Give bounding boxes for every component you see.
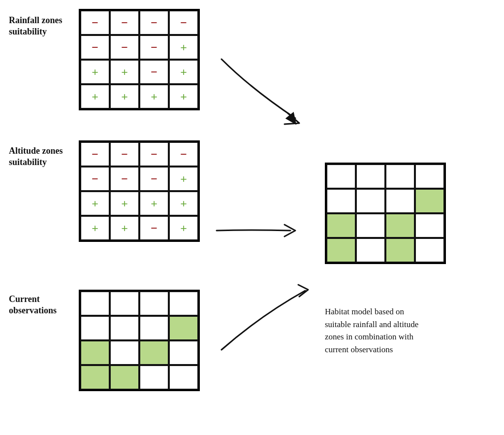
cell: − — [139, 142, 169, 167]
cell: + — [80, 84, 110, 109]
rainfall-grid-wrapper: − − − − − − − + + + − + + + + + — [79, 9, 200, 110]
cell: − — [139, 10, 169, 35]
cell: + — [169, 167, 198, 191]
cell: − — [139, 216, 169, 240]
cell — [415, 164, 444, 189]
cell: − — [169, 10, 198, 35]
altitude-label: Altitude zones suitability — [9, 145, 63, 168]
current-grid — [79, 290, 200, 391]
cell: + — [169, 60, 198, 84]
cell — [110, 365, 139, 390]
cell: + — [110, 60, 139, 84]
cell — [169, 365, 198, 390]
cell — [385, 213, 415, 238]
cell — [139, 340, 169, 365]
cell — [80, 316, 110, 340]
cell — [415, 238, 444, 263]
cell: + — [169, 216, 198, 240]
cell — [326, 164, 356, 189]
cell — [415, 213, 444, 238]
cell: + — [169, 191, 198, 216]
altitude-grid: − − − − − − − + + + + + + + − + — [79, 140, 200, 242]
cell — [326, 213, 356, 238]
cell: + — [110, 191, 139, 216]
cell: + — [80, 191, 110, 216]
cell — [110, 316, 139, 340]
cell: − — [139, 60, 169, 84]
cell — [139, 316, 169, 340]
main-container: Rainfall zones suitability − − − − − − −… — [0, 0, 504, 435]
cell: + — [80, 60, 110, 84]
cell — [356, 213, 385, 238]
cell: + — [139, 84, 169, 109]
cell: − — [169, 142, 198, 167]
cell — [139, 291, 169, 316]
altitude-arrow — [212, 216, 310, 245]
cell — [80, 365, 110, 390]
cell: − — [110, 10, 139, 35]
cell: − — [110, 142, 139, 167]
rainfall-arrow — [212, 49, 320, 133]
cell — [356, 238, 385, 263]
cell — [80, 340, 110, 365]
cell: + — [110, 84, 139, 109]
cell: − — [80, 10, 110, 35]
current-arrow — [212, 276, 325, 355]
rainfall-grid: − − − − − − − + + + − + + + + + — [79, 9, 200, 110]
cell — [110, 291, 139, 316]
cell — [110, 340, 139, 365]
rainfall-label: Rainfall zones suitability — [9, 15, 63, 38]
cell — [415, 189, 444, 213]
cell — [356, 189, 385, 213]
current-grid-wrapper — [79, 290, 200, 391]
cell: − — [80, 142, 110, 167]
cell — [385, 189, 415, 213]
cell: − — [139, 167, 169, 191]
cell — [385, 164, 415, 189]
cell — [356, 164, 385, 189]
cell — [169, 316, 198, 340]
cell — [326, 189, 356, 213]
cell — [169, 340, 198, 365]
cell: + — [169, 35, 198, 60]
cell — [139, 365, 169, 390]
cell: + — [80, 216, 110, 240]
cell: − — [80, 167, 110, 191]
cell — [80, 291, 110, 316]
result-grid-wrapper — [325, 163, 446, 264]
altitude-grid-wrapper: − − − − − − − + + + + + + + − + — [79, 140, 200, 242]
result-description: Habitat model based on suitable rainfall… — [325, 305, 423, 356]
cell — [385, 238, 415, 263]
cell: − — [110, 35, 139, 60]
cell — [326, 238, 356, 263]
cell: − — [80, 35, 110, 60]
cell: − — [110, 167, 139, 191]
cell: − — [139, 35, 169, 60]
result-grid — [325, 163, 446, 264]
cell: + — [169, 84, 198, 109]
cell — [169, 291, 198, 316]
cell: + — [139, 191, 169, 216]
current-label: Current observations — [9, 294, 57, 317]
cell: + — [110, 216, 139, 240]
